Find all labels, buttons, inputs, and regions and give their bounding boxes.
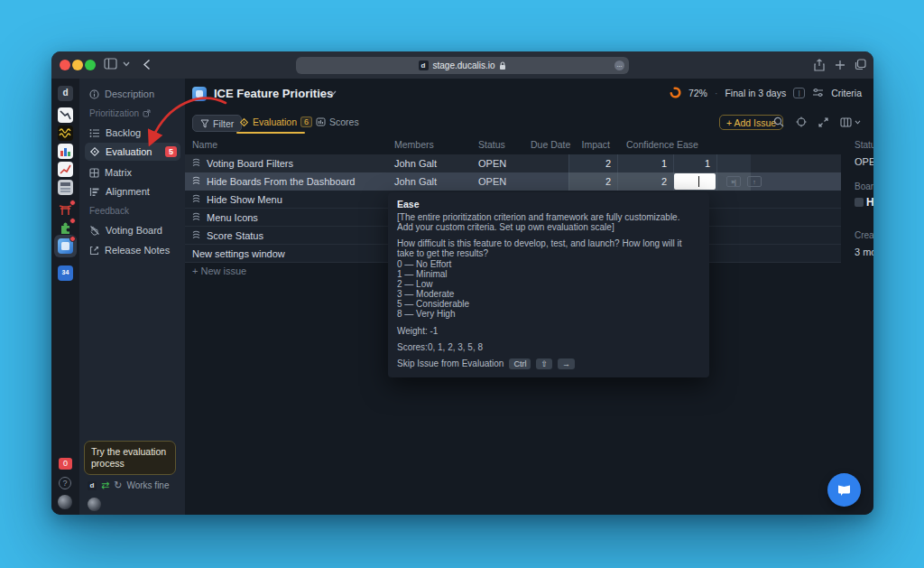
refresh-icon[interactable]: ↻: [114, 480, 122, 491]
issue-status[interactable]: OPEN: [478, 154, 506, 172]
issue-name[interactable]: New settings window: [192, 245, 285, 263]
chat-bubble-icon: [836, 483, 852, 497]
sidebar-item-alignment[interactable]: Alignment: [85, 183, 180, 200]
issue-type-icon: [191, 194, 202, 204]
col-due-date[interactable]: Due Date: [531, 135, 570, 154]
board-icon-puzzle[interactable]: [58, 220, 73, 236]
col-members[interactable]: Members: [394, 135, 434, 154]
filter-button[interactable]: Filter: [192, 115, 242, 132]
board-icon-torii[interactable]: [58, 202, 73, 218]
board-icon-growth-chart[interactable]: [58, 162, 73, 177]
board-switch-chevron-icon[interactable]: [329, 90, 337, 96]
tab-evaluation[interactable]: Evaluation 6: [239, 116, 312, 127]
shortcut-key-icon[interactable]: |: [793, 88, 805, 98]
open-issue-icon[interactable]: ↑: [747, 176, 762, 187]
search-icon[interactable]: [773, 116, 784, 127]
issue-name[interactable]: Score Status: [207, 227, 263, 245]
new-tab-icon[interactable]: [835, 60, 845, 70]
issue-status[interactable]: OPEN: [478, 172, 506, 191]
close-window-button[interactable]: [60, 60, 70, 70]
issue-type-icon: [191, 158, 202, 168]
board-sidebar: Description Prioritization Backlog Evalu…: [79, 79, 185, 515]
col-confidence[interactable]: Confidence: [617, 135, 673, 154]
sidebar-item-release-notes[interactable]: Release Notes: [85, 242, 180, 258]
chat-widget-button[interactable]: [827, 473, 861, 507]
board-icon-bar-chart[interactable]: [58, 144, 73, 159]
target-icon[interactable]: [796, 116, 807, 127]
issue-name[interactable]: Voting Board Filters: [207, 154, 293, 172]
board-avatar-icon: [192, 87, 207, 101]
external-link-icon[interactable]: [143, 109, 151, 117]
scores-chart-icon: [316, 117, 326, 126]
table-row-selected[interactable]: Hide Boards From the Dashboard John Galt…: [185, 172, 841, 191]
tab-scores[interactable]: Scores: [316, 116, 359, 127]
back-button[interactable]: [143, 59, 151, 70]
confidence-cell[interactable]: 1: [617, 154, 673, 172]
issue-name[interactable]: Menu Icons: [207, 209, 258, 227]
zoom-window-button[interactable]: [85, 60, 96, 70]
criteria-link[interactable]: Criteria: [831, 88, 862, 98]
address-bar[interactable]: d stage.ducalis.io ...: [296, 57, 629, 74]
board-icon-ice-selected[interactable]: [58, 238, 73, 254]
criterion-desc: Add your custom criteria. Set up own eva…: [397, 222, 700, 232]
page-options-button[interactable]: ...: [614, 61, 624, 70]
sidebar-item-backlog[interactable]: Backlog: [85, 125, 180, 141]
chevron-down-icon[interactable]: [123, 61, 130, 67]
sidebar-item-evaluation[interactable]: Evaluation 5: [85, 143, 180, 161]
section-prioritization: Prioritization: [89, 108, 151, 118]
progress-percent[interactable]: 72%: [688, 88, 707, 98]
sidebar-item-voting-board[interactable]: Voting Board: [85, 222, 180, 238]
info-icon: [89, 89, 99, 99]
kbd-shift: ⇧: [536, 358, 552, 369]
minimize-window-button[interactable]: [72, 60, 83, 70]
table-row[interactable]: Voting Board Filters John Galt OPEN 2 1 …: [185, 154, 841, 172]
deadline-text[interactable]: Final in 3 days: [725, 88, 786, 98]
section-feedback: Feedback: [89, 206, 129, 216]
sidebar-item-matrix[interactable]: Matrix: [85, 164, 180, 181]
col-status[interactable]: Status: [478, 135, 505, 154]
kbd-right-arrow: →: [558, 358, 575, 369]
impact-cell[interactable]: 2: [568, 172, 617, 191]
col-impact[interactable]: Impact: [568, 135, 617, 154]
chevron-down-icon: [855, 120, 861, 125]
col-ease[interactable]: Ease: [673, 135, 716, 154]
columns-menu[interactable]: [840, 117, 861, 127]
help-button[interactable]: ?: [59, 477, 71, 489]
col-name[interactable]: Name: [192, 135, 217, 154]
sidebar-item-description[interactable]: Description: [85, 86, 180, 102]
user-avatar[interactable]: [58, 495, 72, 509]
issue-name[interactable]: Hide Show Menu: [207, 191, 282, 209]
ease-score-input[interactable]: [674, 173, 716, 190]
site-favicon: d: [419, 61, 429, 70]
tab-overview-icon[interactable]: [855, 59, 866, 70]
criterion-scores: Scores:0, 1, 2, 3, 5, 8: [397, 342, 700, 352]
sidebar-toggle-icon[interactable]: [104, 58, 117, 70]
scale-item: 0 — No Effort: [397, 259, 700, 269]
scale-item: 5 — Considerable: [397, 299, 700, 309]
url-text: stage.ducalis.io: [433, 61, 495, 70]
detail-board-value: H: [855, 196, 873, 209]
columns-icon: [840, 117, 852, 127]
scale-item: 2 — Low: [397, 279, 700, 289]
unread-count-badge[interactable]: 0: [59, 458, 72, 470]
expand-diagonal-icon[interactable]: [818, 117, 828, 127]
ease-cell[interactable]: 1: [673, 154, 716, 172]
board-icon-line-chart[interactable]: [58, 107, 73, 123]
issue-member[interactable]: John Galt: [394, 154, 437, 172]
board-icon-waveform[interactable]: [58, 126, 73, 141]
issue-member[interactable]: John Galt: [394, 172, 437, 191]
board-icon-numbers[interactable]: 34: [58, 265, 73, 281]
new-issue-button[interactable]: + New issue: [192, 263, 246, 279]
issue-type-icon: [191, 212, 202, 222]
share-icon[interactable]: [814, 59, 825, 71]
detail-board-label: Board: [855, 182, 873, 191]
ducalis-mini-icon: d: [88, 481, 97, 490]
grid-icon: [89, 168, 99, 178]
page-title: ICE Feature Priorities: [214, 87, 333, 100]
skip-issue-icon[interactable]: »|: [726, 176, 741, 187]
issue-name[interactable]: Hide Boards From the Dashboard: [207, 172, 355, 191]
impact-cell[interactable]: 2: [568, 154, 617, 172]
confidence-cell[interactable]: 2: [617, 172, 673, 191]
board-icon-disk[interactable]: [58, 180, 73, 195]
ducalis-logo[interactable]: d: [58, 86, 73, 101]
